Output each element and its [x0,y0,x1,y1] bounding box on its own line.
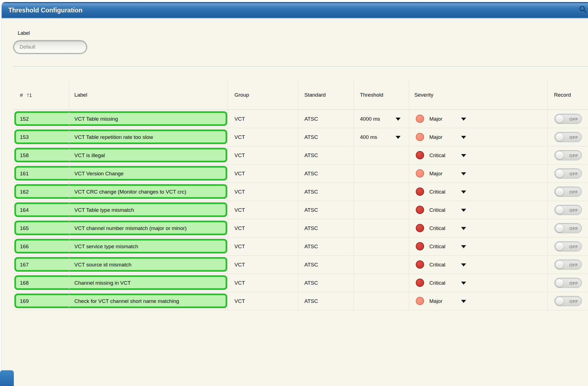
toggle-knob [555,187,564,196]
record-toggle[interactable]: OFF [554,205,582,215]
column-separator [354,80,354,310]
severity-value: Critical [429,146,445,164]
chevron-down-icon[interactable] [461,191,466,194]
toggle-state-label: OFF [569,135,578,139]
toggle-state-label: OFF [569,281,578,285]
row-label: VCT Table missing [74,110,118,128]
table-row: 167 VCT source id mismatch VCT ATSC Crit… [14,256,588,274]
row-standard: ATSC [304,110,318,128]
column-separator [69,80,69,310]
row-number: 169 [20,292,29,310]
threshold-value: 400 ms [360,134,377,140]
column-header-label[interactable]: Label [74,80,87,110]
toggle-knob [555,279,564,287]
row-number: 164 [20,201,29,219]
row-label: Check for VCT channel short name matchin… [74,292,179,310]
sort-order-badge: 1 [29,93,32,98]
toggle-state-label: OFF [569,117,578,121]
record-toggle[interactable]: OFF [554,114,582,124]
severity-indicator [416,169,424,178]
row-group: VCT [234,274,245,292]
record-toggle[interactable]: OFF [554,150,582,160]
chevron-down-icon[interactable] [461,227,466,230]
threshold-value: 4000 ms [360,116,380,122]
column-separator [547,80,548,310]
chevron-down-icon[interactable] [461,154,466,157]
toggle-knob [555,224,564,232]
threshold-dropdown[interactable]: 400 ms [360,128,407,146]
severity-indicator [416,206,424,214]
table-row: 164 VCT Table type mismatch VCT ATSC Cri… [14,201,588,219]
severity-indicator [416,187,424,196]
toggle-state-label: OFF [569,244,578,249]
bottom-left-panel[interactable] [0,370,14,386]
severity-value: Critical [429,274,445,292]
record-toggle[interactable]: OFF [554,260,582,270]
chevron-down-icon[interactable] [461,282,466,285]
row-number: 161 [20,165,29,183]
record-toggle[interactable]: OFF [554,278,582,288]
row-highlight [14,148,227,162]
record-toggle[interactable]: OFF [554,168,582,179]
threshold-dropdown[interactable]: 4000 ms [360,110,407,128]
toggle-state-label: OFF [569,299,578,303]
severity-indicator [416,297,424,305]
row-group: VCT [234,256,245,274]
column-header-number[interactable]: #↑1 [20,80,32,110]
row-group: VCT [234,146,245,164]
divider [14,66,588,67]
record-toggle[interactable]: OFF [554,296,582,306]
search-icon[interactable] [579,6,587,13]
row-standard: ATSC [304,128,318,146]
row-number: 165 [20,219,29,237]
record-toggle[interactable]: OFF [554,223,582,233]
column-header-group[interactable]: Group [234,80,249,110]
chevron-down-icon [396,136,401,139]
label-input[interactable]: Default [14,41,87,54]
severity-indicator [416,224,424,232]
record-toggle[interactable]: OFF [554,132,582,142]
chevron-down-icon[interactable] [461,118,466,121]
severity-value: Major [429,292,443,310]
threshold-configuration-window: Threshold Configuration Label Default #↑… [2,2,588,386]
record-toggle[interactable]: OFF [554,187,582,197]
row-number: 153 [20,128,29,146]
column-header-threshold[interactable]: Threshold [360,80,383,110]
row-number: 158 [20,146,29,164]
row-label: Channel missing in VCT [74,274,131,292]
toggle-state-label: OFF [569,171,578,176]
column-header-severity[interactable]: Severity [414,80,433,110]
table-row: 162 VCT CRC change (Monitor changes to V… [14,183,588,201]
toggle-knob [555,115,564,123]
toggle-knob [555,133,564,141]
severity-value: Critical [429,201,445,219]
table-row: 169 Check for VCT channel short name mat… [14,292,588,310]
table-row: 168 Channel missing in VCT VCT ATSC Crit… [14,274,588,292]
chevron-down-icon[interactable] [461,300,466,303]
severity-indicator [416,260,424,269]
chevron-down-icon[interactable] [461,263,466,266]
table-row: 153 VCT Table repetition rate too slow V… [14,128,588,146]
row-standard: ATSC [304,292,318,310]
column-separator [409,80,409,310]
chevron-down-icon[interactable] [461,172,466,175]
severity-indicator [416,279,424,287]
severity-value: Major [429,165,443,183]
toggle-state-label: OFF [569,208,578,212]
chevron-down-icon[interactable] [461,209,466,212]
column-header-standard[interactable]: Standard [304,80,326,110]
table-row: 152 VCT Table missing VCT ATSC 4000 ms M… [14,110,588,128]
severity-indicator [416,133,424,141]
severity-indicator [416,242,424,250]
row-group: VCT [234,128,245,146]
row-number: 168 [20,274,29,292]
row-label: VCT CRC change (Monitor changes to VCT c… [74,183,186,201]
row-number: 167 [20,256,29,274]
table-row: 165 VCT channel number mismatch (major o… [14,219,588,237]
record-toggle[interactable]: OFF [554,241,582,252]
window-title: Threshold Configuration [2,3,82,17]
chevron-down-icon[interactable] [461,245,466,248]
severity-value: Critical [429,237,445,255]
column-header-record[interactable]: Record [554,80,571,110]
chevron-down-icon[interactable] [461,136,466,139]
